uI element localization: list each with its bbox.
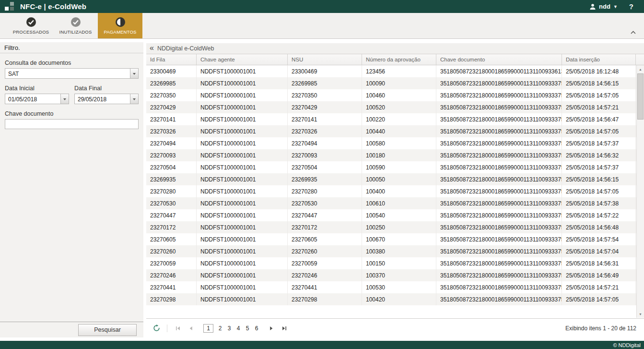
table-row[interactable]: 23270447NDDFST10000010012327044710054035… [146,209,644,221]
table-row[interactable]: 23270260NDDFST10000010012327026010038035… [146,245,644,257]
table-row[interactable]: 23270246NDDFST10000010012327024610037035… [146,269,644,281]
table-cell: NDDFST1000001001 [197,185,288,197]
table-row[interactable]: 23270350NDDFST10000010012327035010046035… [146,89,644,101]
table-row[interactable]: 23270429NDDFST10000010012327042910052035… [146,101,644,113]
document-type-select[interactable]: SAT [5,68,139,79]
table-row[interactable]: 23270504NDDFST10000010012327050410059035… [146,161,644,173]
table-row[interactable]: 23269935NDDFST10000010012326993510005035… [146,173,644,185]
table-cell: 100580 [362,137,436,149]
prev-page-button[interactable] [187,324,195,333]
table-cell: 23270172 [146,221,197,233]
column-header-5[interactable]: Chave documento [436,54,562,65]
next-page-button[interactable] [267,324,276,333]
column-header-4[interactable]: Número da aprovação [362,54,436,65]
table-cell: 23270605 [288,233,362,245]
column-header-3[interactable]: NSU [288,54,362,65]
table-cell: 351805087232180001865990001131100933375 [436,197,562,209]
table-cell: 23270141 [288,113,362,125]
page-button-5[interactable]: 5 [245,325,250,332]
chevron-down-icon[interactable] [60,94,69,104]
table-cell: NDDFST1000001001 [197,209,288,221]
table-cell: 100380 [362,245,436,257]
table-cell: 351805087232180001865990001131100933375 [436,77,562,89]
table-cell: NDDFST1000001001 [197,89,288,101]
table-row[interactable]: 23270441NDDFST10000010012327044110053035… [146,281,644,293]
table-cell: NDDFST1000001001 [197,125,288,137]
table-cell: 351805087232180001865990001131100933375 [436,89,562,101]
scroll-down-icon[interactable]: ▼ [637,310,644,318]
table-row[interactable]: 23269985NDDFST10000010012326998510009035… [146,77,644,89]
table-cell: 100460 [362,89,436,101]
table-cell: 23270260 [288,245,362,257]
page-button-4[interactable]: 4 [236,325,241,332]
page-button-6[interactable]: 6 [254,325,259,332]
table-row[interactable]: 23270059NDDFST10000010012327005910015035… [146,257,644,269]
table-cell: 351805087232180001865990001131100933375 [436,113,562,125]
table-row[interactable]: 23270494NDDFST10000010012327049410058035… [146,137,644,149]
table-row[interactable]: 23270326NDDFST10000010012327032610044035… [146,125,644,137]
table-cell: 23270447 [146,209,197,221]
table-cell: 351805087232180001865990001131100933375 [436,269,562,281]
data-final-picker[interactable]: 29/05/2018 [74,94,139,104]
tab-processados[interactable]: PROCESSADOS [9,13,53,38]
table-row[interactable]: 23270093NDDFST10000010012327009310018035… [146,149,644,161]
help-button[interactable]: ? [629,2,633,11]
table-cell: NDDFST1000001001 [197,233,288,245]
table-cell: 23270298 [288,293,362,305]
data-inicial-picker[interactable]: 01/05/2018 [5,94,69,104]
table-cell: 23270429 [146,101,197,113]
column-header-1[interactable]: Id Fila [146,54,197,65]
user-menu[interactable]: ndd [599,3,610,10]
last-page-button[interactable] [280,324,289,333]
refresh-button[interactable] [152,324,161,333]
column-header-6[interactable]: Data inserção [562,54,636,65]
tab-inutilizados[interactable]: INUTILIZADOS [53,13,98,38]
table-cell: NDDFST1000001001 [197,77,288,89]
page-button-1[interactable]: 1 [203,324,213,333]
page-button-2[interactable]: 2 [218,325,222,332]
topbar: NFC-e | e-ColdWeb ndd ▼ ? [0,0,644,13]
chave-documento-label: Chave documento [5,110,139,117]
pesquisar-button[interactable]: Pesquisar [78,324,137,336]
table-cell: 23270093 [288,149,362,161]
table-row[interactable]: 23270280NDDFST10000010012327028010040035… [146,185,644,197]
page-button-3[interactable]: 3 [227,325,232,332]
table-row[interactable]: 23270298NDDFST10000010012327029810042035… [146,293,644,305]
table-cell: 23270246 [288,269,362,281]
table-cell: NDDFST1000001001 [197,161,288,173]
filter-footer: Pesquisar [0,322,143,337]
table-row[interactable]: 23270530NDDFST10000010012327053010061035… [146,197,644,209]
chevron-down-icon[interactable] [130,94,138,104]
table-cell: 23270059 [288,257,362,269]
table-row[interactable]: 23300469NDDFST10000010012330046912345635… [146,65,644,77]
table-cell: 23270605 [146,233,197,245]
scrollbar-thumb[interactable] [637,73,644,120]
table-cell: 23270260 [146,245,197,257]
table-cell: 100520 [362,101,436,113]
column-header-2[interactable]: Chave agente [197,54,288,65]
chevron-down-icon[interactable] [130,69,138,78]
table-cell: 100610 [362,197,436,209]
table-cell: 100180 [362,149,436,161]
table-cell: 25/05/2018 14:57:54 [562,233,636,245]
first-page-button[interactable] [174,324,182,333]
chevron-down-icon[interactable]: ▼ [613,4,618,9]
table-cell: 23270504 [288,161,362,173]
collapse-panel-icon[interactable]: « [150,44,154,52]
grid-header: Id FilaChave agenteNSUNúmero da aprovaçã… [146,54,644,65]
table-row[interactable]: 23270172NDDFST10000010012327017210025035… [146,221,644,233]
table-cell: 25/05/2018 14:57:21 [562,281,636,293]
table-cell: 23270280 [146,185,197,197]
table-cell: 23270494 [146,137,197,149]
table-cell: 23269935 [146,173,197,185]
table-row[interactable]: 23270141NDDFST10000010012327014110022035… [146,113,644,125]
tab-pagamentos[interactable]: PAGAMENTOS [98,13,142,38]
table-row[interactable]: 23270605NDDFST10000010012327060510067035… [146,233,644,245]
vertical-scrollbar[interactable]: ▲ ▼ [636,65,644,318]
scroll-up-icon[interactable]: ▲ [637,65,644,73]
table-cell: 25/05/2018 14:57:05 [562,185,636,197]
chave-documento-input[interactable] [5,119,139,129]
table-cell: 100400 [362,185,436,197]
collapse-toolbar-icon[interactable] [630,30,636,35]
filter-title: Filtro. [0,42,143,53]
